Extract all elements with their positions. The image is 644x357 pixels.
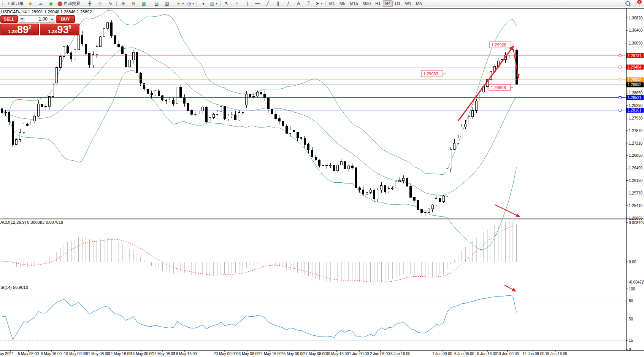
rsi-tick-label: 80 <box>629 299 633 303</box>
autotrade-button[interactable]: ⬤自动交易 <box>56 0 82 7</box>
trend-arrow[interactable] <box>495 205 517 216</box>
buy-price-prefix: 1.28 <box>48 29 57 34</box>
chart-profile-button[interactable]: ◆ <box>25 0 35 7</box>
candle-body <box>417 201 419 210</box>
macd-tick-label: -0.004725 <box>629 280 644 284</box>
candle-body <box>358 188 360 190</box>
vertical-line-button[interactable]: | <box>242 0 252 7</box>
hline-handle[interactable] <box>619 97 621 99</box>
candle-body <box>121 47 123 54</box>
price-annotation-label: 1.29033 <box>423 72 438 76</box>
cursor-button[interactable]: ↖ <box>222 0 232 7</box>
dropdown-caret-icon: ▾ <box>216 2 217 5</box>
trendline-button[interactable]: ╱ <box>263 0 273 7</box>
channel-icon: ∥ <box>277 1 279 6</box>
candle-body <box>81 35 83 44</box>
sell-button[interactable]: SELL <box>0 15 18 23</box>
hline-handle[interactable] <box>619 54 621 57</box>
price-badge-label: 1.28161 <box>628 108 642 112</box>
new-order-button[interactable]: +新订单 <box>6 0 25 7</box>
timeframe-h1[interactable]: H1 <box>373 0 383 7</box>
timeframe-m1[interactable]: M1 <box>327 0 337 7</box>
sell-price-main: 89 <box>17 25 29 35</box>
line-chart-button[interactable]: ∿ <box>105 0 115 7</box>
candle-body <box>27 124 29 125</box>
buy-button[interactable]: BUY <box>56 15 75 23</box>
notifications-button[interactable]: 1 <box>633 0 643 7</box>
trend-arrows[interactable] <box>458 45 520 292</box>
candle-body <box>187 103 189 111</box>
volume-input[interactable] <box>25 16 49 22</box>
fibonacci-button[interactable]: ƒ <box>283 0 293 7</box>
candle-body <box>184 97 186 103</box>
timeframe-m30[interactable]: M30 <box>360 0 373 7</box>
arrange-right-button[interactable]: ▥ <box>162 0 172 7</box>
volume-decrease-button[interactable] <box>19 16 25 22</box>
candle-body <box>362 190 364 194</box>
price-tick-label: 1.28650 <box>629 91 643 95</box>
timeframe-m5[interactable]: M5 <box>337 0 347 7</box>
candle-body <box>406 178 408 186</box>
macd-tick-label: 0.00 <box>629 260 636 264</box>
template-dropdown-button[interactable]: ▾ <box>198 0 208 7</box>
buy-price-pip: 5 <box>69 24 71 30</box>
rsi-axis: 1008050150 <box>626 287 635 352</box>
timeframe-w1[interactable]: W1 <box>403 0 414 7</box>
candle-body <box>439 199 441 201</box>
horizontal-line-button[interactable]: — <box>252 0 263 7</box>
candle-body <box>278 119 280 121</box>
timeframe-mn[interactable]: MN <box>414 0 425 7</box>
candle-body <box>465 124 466 127</box>
hline-handle[interactable] <box>619 79 621 81</box>
hline-handle[interactable] <box>619 66 621 68</box>
candle-body <box>129 60 131 67</box>
add-indicator-button[interactable]: ＋▾ <box>174 0 185 7</box>
candle-body <box>293 130 295 132</box>
rsi-tick-label: 50 <box>629 317 633 321</box>
buy-price[interactable]: 1.28935 <box>40 24 79 35</box>
time-tick-label: 12 May 16:00 <box>108 352 132 356</box>
trend-arrow[interactable] <box>504 285 514 290</box>
candle-body <box>136 53 138 73</box>
period-clock-button[interactable]: ◷▾ <box>185 0 195 7</box>
price-tick-label: 1.25410 <box>629 204 643 208</box>
hline-handle[interactable] <box>619 109 621 111</box>
sell-price[interactable]: 1.28892 <box>0 24 39 35</box>
zoom-out-button[interactable]: ⊖ <box>128 0 138 7</box>
time-tick-label: 6 May 16:00 <box>41 352 62 356</box>
market-data-button[interactable]: ☁ <box>35 0 46 7</box>
signals-button[interactable]: ◉ <box>46 0 56 7</box>
annotations[interactable]: 1.299281.290331.28608 <box>421 42 514 91</box>
text-button[interactable]: A <box>293 0 304 7</box>
candle-body <box>235 115 236 120</box>
bar-chart-button[interactable]: ╫ <box>84 0 95 7</box>
candle-body <box>267 98 269 109</box>
candle-body <box>373 190 375 199</box>
candle-body <box>220 106 222 112</box>
arrange-left-button[interactable]: ▤ <box>151 0 162 7</box>
profile-template-button[interactable]: ▨▾ <box>208 0 219 7</box>
volume-increase-button[interactable] <box>49 16 55 22</box>
timeframe-h4[interactable]: H4 <box>383 0 393 7</box>
timeframe-d1[interactable]: D1 <box>393 0 403 7</box>
candle-body <box>114 36 116 44</box>
macd-tick-label: 0.008797 <box>629 221 644 225</box>
arrows-button[interactable]: ➤▾ <box>314 0 324 7</box>
candle-body <box>194 114 196 115</box>
tile-windows-button[interactable]: ▦ <box>138 0 149 7</box>
timeframe-m15[interactable]: M15 <box>347 0 360 7</box>
channel-button[interactable]: ∥ <box>273 0 283 7</box>
zoom-in-button[interactable]: ⊕ <box>118 0 128 7</box>
crosshair-button[interactable]: + <box>232 0 242 7</box>
fibonacci-icon: ƒ <box>287 1 290 6</box>
candlestick-chart-button[interactable]: ╪ <box>95 0 105 7</box>
candle-body <box>435 199 437 205</box>
candle-body <box>147 89 149 94</box>
candle-body <box>45 106 47 107</box>
candle-body <box>264 94 266 97</box>
text-label-button[interactable]: T <box>304 0 314 7</box>
candle-body <box>275 114 277 119</box>
search-button[interactable] <box>622 0 633 7</box>
toolbar-separator <box>83 1 83 6</box>
candle-body <box>381 185 382 190</box>
